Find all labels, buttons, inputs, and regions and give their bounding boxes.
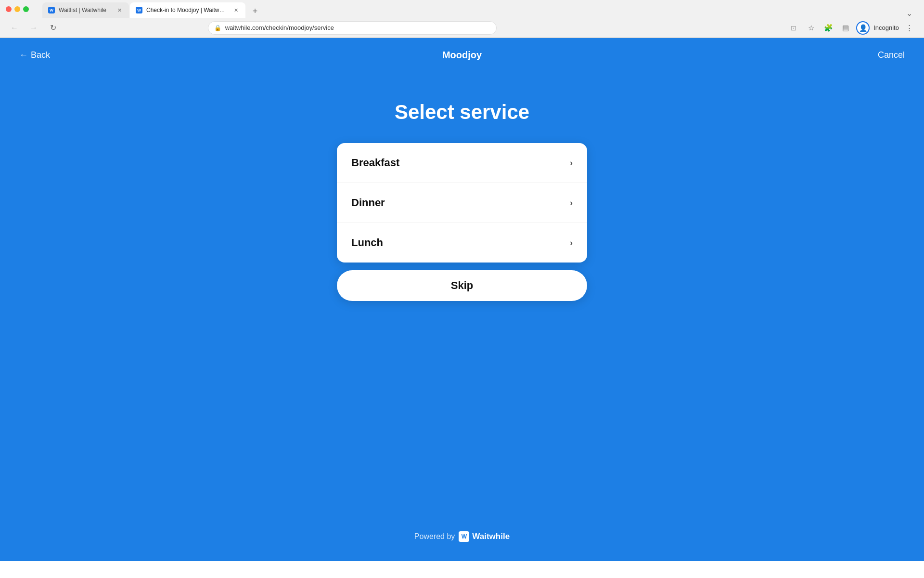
- minimize-window-button[interactable]: [14, 6, 20, 12]
- service-name-breakfast: Breakfast: [351, 157, 399, 169]
- close-window-button[interactable]: [6, 6, 12, 12]
- new-tab-button[interactable]: +: [248, 4, 262, 18]
- back-label: Back: [31, 50, 50, 60]
- main-area: Select service Breakfast › Dinner › Lunc…: [0, 72, 924, 561]
- reload-button[interactable]: ↻: [46, 21, 60, 35]
- tab-favicon-2: W: [136, 7, 142, 13]
- address-text: waitwhile.com/checkin/moodjoy/service: [225, 24, 334, 31]
- chevron-right-icon-lunch: ›: [570, 238, 573, 248]
- maximize-window-button[interactable]: [23, 6, 29, 12]
- service-item-breakfast[interactable]: Breakfast ›: [337, 143, 587, 183]
- tab-close-1[interactable]: ✕: [116, 6, 123, 14]
- chevron-right-icon-dinner: ›: [570, 198, 573, 208]
- service-item-dinner[interactable]: Dinner ›: [337, 183, 587, 223]
- browser-tab-2[interactable]: W Check-in to Moodjoy | Waitwhi... ✕: [130, 2, 245, 18]
- tab-title-2: Check-in to Moodjoy | Waitwhi...: [146, 7, 228, 13]
- sidebar-icon[interactable]: ▤: [839, 21, 852, 35]
- page-content: ← Back Moodjoy Cancel Select service Bre…: [0, 38, 924, 561]
- back-navigation-button[interactable]: ←: [8, 21, 21, 35]
- incognito-label: Incognito: [873, 24, 899, 31]
- tabs-bar: W Waitlist | Waitwhile ✕ W Check-in to M…: [37, 0, 918, 18]
- waitwhile-brand-text: Waitwhile: [472, 532, 510, 541]
- tab-overflow-button[interactable]: ⌄: [906, 9, 912, 18]
- browser-chrome: W Waitlist | Waitwhile ✕ W Check-in to M…: [0, 0, 924, 38]
- powered-by-text: Powered by: [414, 532, 455, 541]
- title-bar: W Waitlist | Waitwhile ✕ W Check-in to M…: [0, 0, 924, 18]
- extension-icon[interactable]: 🧩: [821, 21, 835, 35]
- back-button[interactable]: ← Back: [19, 50, 50, 60]
- service-list: Breakfast › Dinner › Lunch ›: [337, 143, 587, 263]
- waitwhile-icon: W: [459, 531, 469, 542]
- chevron-right-icon-breakfast: ›: [570, 158, 573, 168]
- tab-title-1: Waitlist | Waitwhile: [59, 7, 112, 13]
- tab-favicon-1: W: [48, 7, 55, 13]
- forward-navigation-button[interactable]: →: [27, 21, 40, 35]
- traffic-lights: [6, 6, 29, 12]
- page-title: Select service: [395, 101, 529, 124]
- browser-tab-1[interactable]: W Waitlist | Waitwhile ✕: [42, 2, 129, 18]
- service-name-lunch: Lunch: [351, 236, 383, 249]
- service-name-dinner: Dinner: [351, 197, 385, 209]
- address-bar: ← → ↻ 🔒 waitwhile.com/checkin/moodjoy/se…: [0, 18, 924, 38]
- menu-button[interactable]: ⋮: [903, 21, 916, 35]
- skip-button[interactable]: Skip: [337, 270, 587, 301]
- footer: Powered by W Waitwhile: [414, 531, 510, 561]
- back-arrow-icon: ←: [19, 50, 28, 60]
- tab-close-2[interactable]: ✕: [232, 6, 240, 14]
- brand-name: Moodjoy: [442, 50, 482, 61]
- profile-button[interactable]: 👤: [856, 21, 870, 35]
- top-navigation: ← Back Moodjoy Cancel: [0, 38, 924, 72]
- bookmark-star-icon[interactable]: ☆: [804, 21, 818, 35]
- lock-icon: 🔒: [214, 25, 221, 31]
- service-item-lunch[interactable]: Lunch ›: [337, 223, 587, 263]
- waitwhile-logo: W Waitwhile: [459, 531, 510, 542]
- screen-cast-icon[interactable]: ⊡: [787, 21, 800, 35]
- address-input[interactable]: 🔒 waitwhile.com/checkin/moodjoy/service: [208, 21, 497, 35]
- cancel-button[interactable]: Cancel: [878, 50, 905, 60]
- toolbar-right: ⊡ ☆ 🧩 ▤ 👤 Incognito ⋮: [787, 21, 916, 35]
